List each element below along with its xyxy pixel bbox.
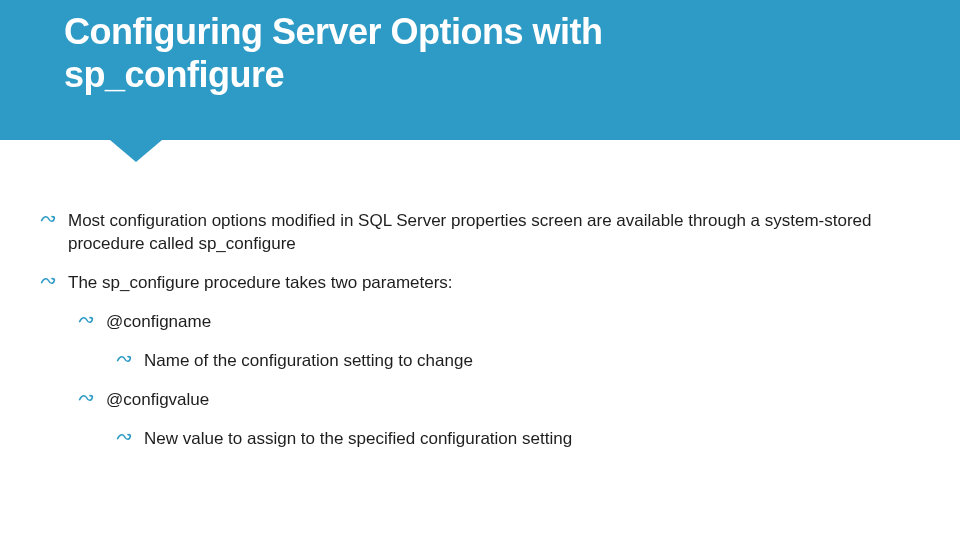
flourish-icon: [78, 313, 94, 327]
list-item-text: New value to assign to the specified con…: [144, 429, 572, 448]
slide-title-line2: sp_configure: [64, 53, 960, 96]
flourish-icon: [40, 212, 56, 226]
list-item: Name of the configuration setting to cha…: [116, 350, 920, 373]
chevron-down-icon: [110, 140, 162, 162]
flourish-icon: [40, 274, 56, 288]
slide-title-line1: Configuring Server Options with: [64, 10, 960, 53]
list-item: New value to assign to the specified con…: [116, 428, 920, 451]
list-item-text: Most configuration options modified in S…: [68, 211, 872, 253]
slide-header: Configuring Server Options with sp_confi…: [0, 0, 960, 140]
list-item-text: @configname: [106, 312, 211, 331]
flourish-icon: [116, 430, 132, 444]
list-item: The sp_configure procedure takes two par…: [40, 272, 920, 295]
list-item-text: The sp_configure procedure takes two par…: [68, 273, 453, 292]
list-item-text: @configvalue: [106, 390, 209, 409]
flourish-icon: [116, 352, 132, 366]
slide-title: Configuring Server Options with sp_confi…: [64, 10, 960, 96]
slide-body: Most configuration options modified in S…: [0, 140, 960, 451]
list-item: Most configuration options modified in S…: [40, 210, 920, 256]
list-item: @configvalue: [78, 389, 920, 412]
flourish-icon: [78, 391, 94, 405]
list-item-text: Name of the configuration setting to cha…: [144, 351, 473, 370]
list-item: @configname: [78, 311, 920, 334]
